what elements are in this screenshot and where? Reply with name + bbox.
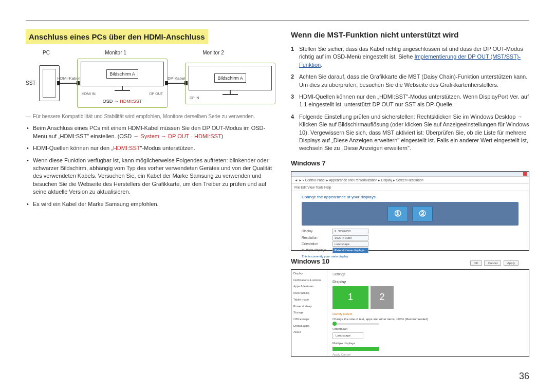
heading-right: Wenn die MST-Funktion nicht unterstützt … [291, 29, 529, 40]
footnote: ― Für bessere Kompatibilität und Stabili… [26, 113, 275, 120]
list-item: Es wird ein Kabel der Marke Samsung empf… [33, 200, 275, 208]
monitor2-box: Bildschirm A DP IN [185, 63, 275, 104]
windows10-screenshot: Display Notifications & actions Apps & f… [291, 269, 529, 357]
hdmi-cable-icon: HDMI-Kabel [60, 83, 77, 84]
list-item: 3HDMI-Quellen können nur den „HDMI:SST"-… [291, 93, 529, 109]
dp-cable-icon: DP-Kabel [168, 83, 185, 84]
connection-diagram: PC Monitor 1 Monitor 2 SST HDMI-Kabel Bi… [26, 49, 275, 108]
label-monitor1: Monitor 1 [67, 49, 164, 57]
ok-button: OK [470, 260, 482, 266]
multi-display-selection: Extend these displays [332, 248, 368, 253]
bullet-list-left: Beim Anschluss eines PCs mit einem HDMI-… [26, 124, 275, 208]
close-icon [523, 172, 527, 176]
monitor-preview: ①② [302, 202, 519, 226]
heading-left: Anschluss eines PCs über den HDMI-Anschl… [26, 29, 208, 44]
osd-note: OSD → HDMI:SST [81, 98, 164, 105]
extend-displays-selection [332, 347, 379, 351]
cancel-button: Cancel [484, 260, 501, 266]
label-monitor2: Monitor 2 [164, 49, 262, 57]
label-sst: SST [26, 80, 39, 87]
numbered-list-right: 1Stellen Sie sicher, dass das Kabel rich… [291, 45, 529, 153]
list-item: 4Folgende Einstellung prüfen und sichers… [291, 113, 529, 153]
windows7-label: Windows 7 [291, 159, 529, 168]
list-item: Beim Anschluss eines PCs mit einem HDMI-… [33, 124, 275, 140]
list-item: 1Stellen Sie sicher, dass das Kabel rich… [291, 45, 529, 69]
pc-icon [39, 65, 60, 101]
monitor1-box: Bildschirm A HDMI INDP OUT OSD → HDMI:SS… [77, 59, 168, 108]
label-pc: PC [26, 49, 67, 57]
page-number: 36 [519, 370, 529, 383]
list-item: 2Achten Sie darauf, dass die Grafikkarte… [291, 73, 529, 89]
monitor-preview: 12 [332, 286, 524, 309]
settings-sidebar: Display Notifications & actions Apps & f… [291, 270, 327, 356]
apply-button: Apply [504, 260, 519, 266]
list-item: Wenn diese Funktion verfügbar ist, kann … [33, 157, 275, 196]
windows7-screenshot: ◄ ► ▪ Control Panel ▸ Appearance and Per… [291, 171, 529, 251]
list-item: HDMI-Quellen können nur den „HDMI:SST"-M… [33, 144, 275, 152]
